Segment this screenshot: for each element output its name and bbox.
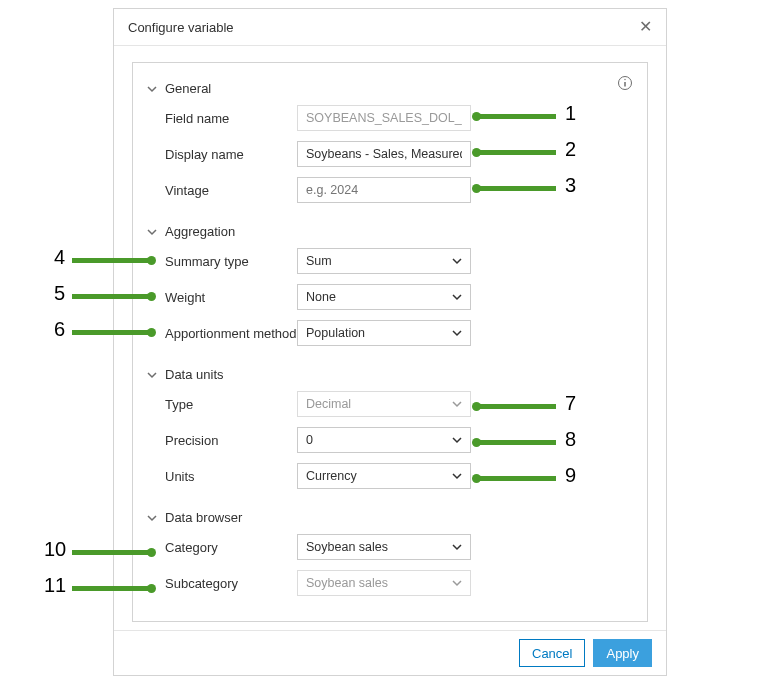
section-general-title: General <box>165 81 211 96</box>
subcategory-label: Subcategory <box>147 576 297 591</box>
callout-7: 7 <box>476 404 556 409</box>
vintage-label: Vintage <box>147 183 297 198</box>
section-aggregation-header[interactable]: Aggregation <box>147 224 633 239</box>
callout-11: 11 <box>72 586 152 591</box>
chevron-down-icon <box>147 513 157 523</box>
field-name-input <box>297 105 471 131</box>
subcategory-select: Soybean sales <box>297 570 471 596</box>
section-data-browser-header[interactable]: Data browser <box>147 510 633 525</box>
precision-label: Precision <box>147 433 297 448</box>
callout-5: 5 <box>72 294 152 299</box>
callout-8: 8 <box>476 440 556 445</box>
summary-type-select[interactable]: Sum <box>297 248 471 274</box>
type-label: Type <box>147 397 297 412</box>
summary-type-label: Summary type <box>147 254 297 269</box>
info-icon[interactable] <box>617 75 633 94</box>
units-label: Units <box>147 469 297 484</box>
chevron-down-icon <box>452 292 462 302</box>
configure-variable-dialog: Configure variable ✕ General Field name <box>113 8 667 676</box>
callout-10: 10 <box>72 550 152 555</box>
apportionment-select[interactable]: Population <box>297 320 471 346</box>
section-data-units-title: Data units <box>165 367 224 382</box>
chevron-down-icon <box>452 542 462 552</box>
dialog-title: Configure variable <box>128 20 234 35</box>
chevron-down-icon <box>147 370 157 380</box>
display-name-label: Display name <box>147 147 297 162</box>
svg-point-2 <box>624 79 625 80</box>
type-select: Decimal <box>297 391 471 417</box>
section-aggregation-title: Aggregation <box>165 224 235 239</box>
chevron-down-icon <box>147 227 157 237</box>
chevron-down-icon <box>452 578 462 588</box>
vintage-input[interactable] <box>297 177 471 203</box>
callout-1: 1 <box>476 114 556 119</box>
field-name-label: Field name <box>147 111 297 126</box>
dialog-header: Configure variable ✕ <box>114 9 666 46</box>
precision-select[interactable]: 0 <box>297 427 471 453</box>
dialog-body: General Field name Display name Vintage … <box>114 46 666 630</box>
apportionment-label: Apportionment method <box>147 326 297 341</box>
callout-2: 2 <box>476 150 556 155</box>
section-data-units-header[interactable]: Data units <box>147 367 633 382</box>
close-icon[interactable]: ✕ <box>639 19 652 35</box>
chevron-down-icon <box>452 256 462 266</box>
callout-6: 6 <box>72 330 152 335</box>
chevron-down-icon <box>452 435 462 445</box>
chevron-down-icon <box>147 84 157 94</box>
callout-3: 3 <box>476 186 556 191</box>
category-select[interactable]: Soybean sales <box>297 534 471 560</box>
chevron-down-icon <box>452 328 462 338</box>
weight-select[interactable]: None <box>297 284 471 310</box>
category-label: Category <box>147 540 297 555</box>
apply-button[interactable]: Apply <box>593 639 652 667</box>
section-data-browser-title: Data browser <box>165 510 242 525</box>
dialog-footer: Cancel Apply <box>114 630 666 675</box>
section-general-header[interactable]: General <box>147 81 633 96</box>
callout-4: 4 <box>72 258 152 263</box>
chevron-down-icon <box>452 471 462 481</box>
chevron-down-icon <box>452 399 462 409</box>
display-name-input[interactable] <box>297 141 471 167</box>
callout-9: 9 <box>476 476 556 481</box>
weight-label: Weight <box>147 290 297 305</box>
cancel-button[interactable]: Cancel <box>519 639 585 667</box>
units-select[interactable]: Currency <box>297 463 471 489</box>
